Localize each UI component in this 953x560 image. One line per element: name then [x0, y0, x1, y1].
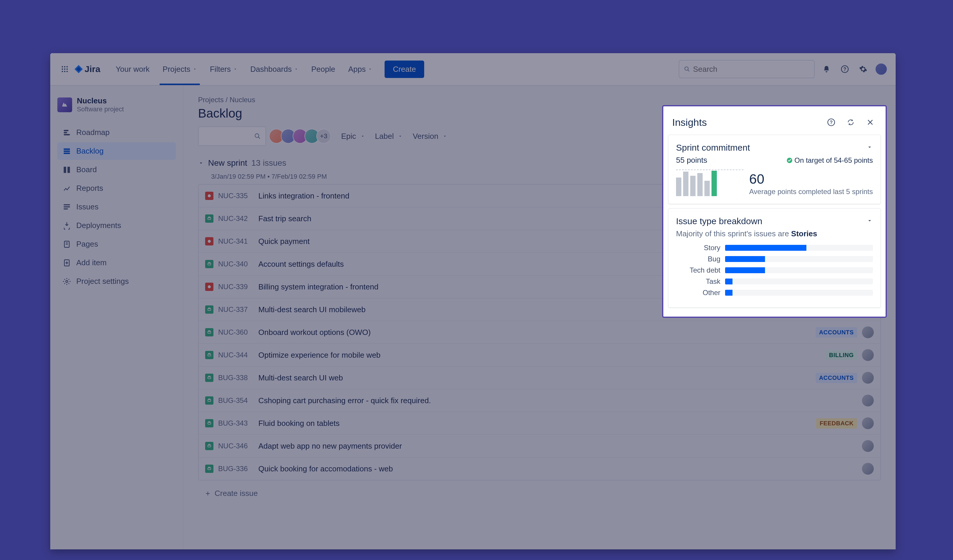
sparkline-bar	[676, 178, 681, 196]
sidebar-item-issues[interactable]: Issues	[57, 198, 176, 216]
issue-key: NUC-335	[218, 192, 254, 200]
chevron-down-icon[interactable]	[866, 217, 873, 225]
sidebar-item-roadmap[interactable]: Roadmap	[57, 124, 176, 141]
jira-logo[interactable]: Jira	[74, 64, 100, 74]
insights-close-icon[interactable]	[864, 116, 877, 129]
story-type-icon	[205, 419, 213, 427]
issue-row[interactable]: BUG-354Cshoping cart purchasing error - …	[199, 389, 880, 412]
sidebar-item-board[interactable]: Board	[57, 161, 176, 178]
sidebar-item-project-settings[interactable]: Project settings	[57, 272, 176, 290]
project-name: Nucleus	[77, 96, 124, 105]
global-search[interactable]	[679, 60, 815, 78]
backlog-search[interactable]	[198, 127, 266, 146]
chevron-down-icon[interactable]	[866, 144, 873, 152]
sparkline-bar	[690, 176, 695, 196]
breakdown-label: Story	[676, 244, 720, 252]
issue-row[interactable]: BUG-343Fluid booking on tabletsFEEDBACK	[199, 412, 880, 435]
issue-key: NUC-346	[218, 442, 254, 450]
issue-key: NUC-344	[218, 351, 254, 359]
nav-filters[interactable]: Filters	[203, 53, 244, 85]
issue-row[interactable]: NUC-346Adapt web app no new payments pro…	[199, 435, 880, 458]
story-type-icon	[205, 374, 213, 382]
issue-row[interactable]: BUG-336Quick booking for accomodations -…	[199, 458, 880, 480]
board-icon	[63, 166, 71, 174]
chevron-down-icon[interactable]	[198, 160, 204, 166]
search-input[interactable]	[693, 65, 809, 74]
issue-row[interactable]: BUG-338Multi-dest search UI webACCOUNTS	[199, 367, 880, 389]
breadcrumb[interactable]: Projects / Nucleus	[198, 96, 881, 104]
sidebar-item-label: Roadmap	[76, 128, 110, 137]
assignee-avatar[interactable]	[862, 440, 874, 452]
chevron-down-icon	[398, 134, 403, 139]
sparkline-bar	[705, 181, 710, 196]
sidebar-item-label: Deployments	[76, 221, 121, 230]
create-issue-button[interactable]: Create issue	[198, 484, 881, 503]
breakdown-bar-bg	[725, 278, 873, 285]
sidebar-item-add-item[interactable]: Add item	[57, 254, 176, 271]
breakdown-label: Other	[676, 289, 720, 297]
svg-line-10	[688, 70, 689, 71]
nav-people[interactable]: People	[305, 53, 342, 85]
issue-key: BUG-343	[218, 419, 254, 427]
nav-apps[interactable]: Apps	[342, 53, 379, 85]
sidebar-item-label: Issues	[76, 202, 98, 212]
breakdown-row: Tech debt	[676, 266, 873, 274]
nav-projects[interactable]: Projects	[156, 53, 203, 85]
assignee-avatar[interactable]	[862, 326, 874, 338]
issue-row[interactable]: NUC-360Onboard workout options (OWO)ACCO…	[199, 321, 880, 344]
breakdown-bar-bg	[725, 290, 873, 295]
filter-label[interactable]: Label	[371, 129, 407, 144]
svg-rect-50	[209, 399, 210, 400]
sidebar-item-label: Pages	[76, 240, 98, 249]
top-nav: Jira Your workProjectsFiltersDashboardsP…	[50, 53, 896, 86]
svg-point-29	[255, 134, 259, 138]
insights-refresh-icon[interactable]	[844, 116, 857, 129]
svg-rect-0	[62, 66, 63, 67]
breakdown-bar	[725, 256, 765, 262]
issue-summary: Multi-dest search UI web	[258, 373, 811, 382]
avatar-stack[interactable]: +3	[272, 129, 331, 144]
sprint-commitment-card: Sprint commitment 55 points On target of…	[668, 135, 881, 204]
sidebar-item-deployments[interactable]: Deployments	[57, 217, 176, 234]
chevron-down-icon	[233, 67, 237, 71]
create-button[interactable]: Create	[385, 60, 424, 78]
notifications-icon[interactable]	[820, 63, 833, 76]
svg-rect-56	[209, 467, 210, 468]
member-avatar-more[interactable]: +3	[316, 129, 331, 144]
svg-rect-2	[67, 66, 68, 67]
breakdown-label: Tech debt	[676, 266, 720, 274]
settings-icon[interactable]	[857, 63, 870, 76]
assignee-avatar[interactable]	[862, 349, 874, 361]
insights-title: Insights	[672, 117, 707, 128]
sidebar-item-pages[interactable]: Pages	[57, 235, 176, 253]
app-switcher-icon[interactable]	[59, 63, 71, 75]
issue-key: NUC-340	[218, 260, 254, 268]
project-header[interactable]: Nucleus Software project	[57, 96, 176, 113]
issue-summary: Cshoping cart purchasing error - quick f…	[258, 396, 857, 405]
filter-version[interactable]: Version	[408, 129, 452, 144]
nav-your-work[interactable]: Your work	[109, 53, 156, 85]
roadmap-icon	[63, 128, 71, 137]
assignee-avatar[interactable]	[862, 394, 874, 407]
chevron-down-icon	[294, 67, 298, 71]
assignee-avatar[interactable]	[862, 463, 874, 475]
assignee-avatar[interactable]	[862, 372, 874, 384]
breakdown-desc: Majority of this sprint's issues are Sto…	[676, 229, 873, 238]
current-user-avatar[interactable]	[875, 63, 887, 75]
sidebar-item-label: Board	[76, 165, 97, 174]
assignee-avatar[interactable]	[862, 417, 874, 429]
issue-key: NUC-339	[218, 283, 254, 291]
sidebar-item-reports[interactable]: Reports	[57, 179, 176, 197]
insights-help-icon[interactable]: ?	[825, 116, 838, 129]
insights-header: Insights ?	[668, 111, 881, 135]
bug-type-icon	[205, 283, 213, 291]
sidebar-item-backlog[interactable]: Backlog	[57, 142, 176, 160]
breakdown-bar	[725, 290, 733, 295]
issue-summary: Onboard workout options (OWO)	[258, 328, 811, 337]
bug-type-icon	[205, 192, 213, 200]
nav-dashboards[interactable]: Dashboards	[244, 53, 305, 85]
issue-row[interactable]: NUC-344Optimize experience for mobile we…	[199, 344, 880, 367]
filter-epic[interactable]: Epic	[337, 129, 369, 144]
help-icon[interactable]: ?	[838, 63, 851, 76]
svg-rect-13	[64, 130, 68, 131]
